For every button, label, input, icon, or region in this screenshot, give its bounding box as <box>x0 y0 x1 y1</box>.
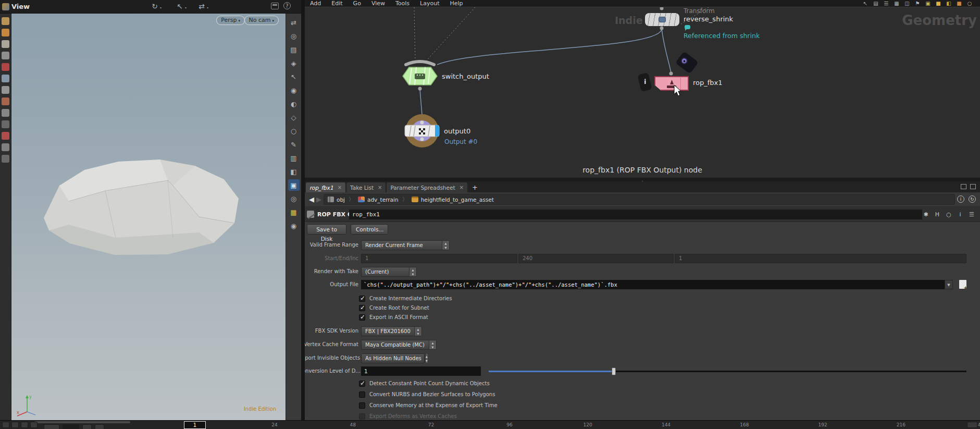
playbar-button[interactable] <box>44 424 59 429</box>
close-icon[interactable]: × <box>460 185 464 190</box>
render-with-take-select[interactable]: (Current) ▲▼ <box>361 267 417 277</box>
start-field[interactable]: 1 <box>361 254 517 263</box>
lighting-icon[interactable]: ○ <box>288 125 300 137</box>
playbar-button[interactable] <box>82 424 92 429</box>
spinner-icon[interactable]: ▲▼ <box>442 241 449 250</box>
back-arrow-icon[interactable]: ◀ <box>309 195 314 203</box>
checkbox[interactable]: ✓ <box>359 305 365 311</box>
view-orbit-icon[interactable]: ↻ <box>150 2 159 11</box>
playbar-field[interactable] <box>63 424 79 429</box>
folder-icon[interactable]: ■ <box>933 0 944 7</box>
shelf-tool-icon[interactable] <box>2 75 9 82</box>
checkbox-row[interactable]: ✓ Create Root for Subnet <box>359 304 452 313</box>
frame-all-icon[interactable]: ◫ <box>902 0 912 7</box>
tab-take-list[interactable]: Take List × <box>346 182 386 192</box>
info-icon[interactable]: i <box>956 211 964 218</box>
snap-icon[interactable]: ◉ <box>288 84 300 96</box>
lock-hda-icon[interactable]: H <box>933 211 941 218</box>
menu-item[interactable]: Tools <box>390 0 415 7</box>
gear-icon[interactable]: ✱ <box>922 211 930 218</box>
slider-handle[interactable] <box>612 367 616 375</box>
grid-layout-icon[interactable]: ▦ <box>288 206 300 218</box>
visibility-icon[interactable]: ◧ <box>288 166 300 177</box>
menu-item[interactable]: Edit <box>326 0 348 7</box>
playbar[interactable]: 1 24487296120144168192216240 <box>0 420 980 429</box>
shelf-tool-icon[interactable] <box>2 63 9 71</box>
info-icon[interactable]: ◎ <box>288 193 300 204</box>
view-menu[interactable]: View <box>11 3 30 10</box>
shelf-tool-icon[interactable] <box>2 17 9 25</box>
help-icon[interactable]: ? <box>283 2 291 9</box>
menu-item[interactable]: Layout <box>415 0 444 7</box>
breadcrumb[interactable]: obj 〉 adv_terrain 〉 heightfield_to_game_… <box>324 194 955 205</box>
comment-bubble-icon[interactable] <box>685 25 690 29</box>
tab-parameter-spreadsheet[interactable]: Parameter Spreadsheet × <box>387 182 467 192</box>
slider-track-empty[interactable] <box>616 371 966 372</box>
box-icon[interactable]: ■ <box>954 0 964 7</box>
timeline-tick[interactable]: 192 <box>818 422 827 427</box>
playbar-button[interactable] <box>2 422 9 428</box>
list-view-icon[interactable]: ☰ <box>881 0 891 7</box>
checkbox[interactable]: ✓ <box>359 381 365 387</box>
checkbox[interactable]: ✓ <box>359 391 365 398</box>
export-invisible-objects-select[interactable]: As Hidden Null Nodes ▲▼ <box>361 353 425 363</box>
menu-item[interactable]: Add <box>305 0 326 7</box>
checkbox[interactable]: ✓ <box>359 296 365 302</box>
playbar-scrollbar[interactable] <box>34 421 130 423</box>
checkbox-row[interactable]: ✓ Convert NURBS and Bezier Surfaces to P… <box>359 390 498 401</box>
timeline-tick[interactable]: 144 <box>662 422 671 427</box>
shelf-tool-icon[interactable] <box>2 97 9 105</box>
persp-camera-button[interactable]: Persp▾ <box>216 16 245 25</box>
pane-layout-icon[interactable] <box>271 3 279 9</box>
checkbox-row[interactable]: ✓ Conserve Memory at the Expense of Expo… <box>359 401 498 412</box>
playbar-button[interactable] <box>30 422 38 428</box>
file-chooser-icon[interactable] <box>959 280 966 289</box>
breadcrumb-obj[interactable]: obj 〉 <box>327 195 358 203</box>
playbar-button[interactable] <box>21 422 28 428</box>
spinner-icon[interactable]: ▲▼ <box>425 354 428 363</box>
expand-pane-icon[interactable]: ⇄ <box>288 17 300 28</box>
new-tab-button[interactable]: + <box>468 182 481 192</box>
shelf-tool-icon[interactable] <box>2 86 9 94</box>
timeline-tick[interactable]: 24 <box>271 422 277 427</box>
lock-camera-icon[interactable]: ◈ <box>288 57 300 69</box>
menu-icon[interactable]: ☰ <box>967 211 976 218</box>
checkbox[interactable]: ✓ <box>359 413 365 420</box>
network-editor-pane[interactable]: AddEditGoViewToolsLayoutHelp ↖▤☰▦◫⚑▣■◧■○… <box>305 0 980 178</box>
shading-mode-icon[interactable]: ◐ <box>288 98 300 109</box>
playbar-button[interactable] <box>967 422 977 428</box>
grid-view-icon[interactable]: ▦ <box>891 0 902 7</box>
checkbox-row[interactable]: ✓ Detect Constant Point Count Dynamic Ob… <box>359 379 498 390</box>
forward-arrow-icon[interactable]: ▶ <box>316 195 321 203</box>
no-cam-button[interactable]: No cam▾ <box>244 16 279 25</box>
shelf-tool-icon[interactable] <box>2 120 9 128</box>
menu-item[interactable]: Go <box>348 0 366 7</box>
current-frame-field[interactable]: 1 <box>184 421 206 429</box>
timeline-tick[interactable]: 216 <box>897 422 905 427</box>
save-to-disk-button[interactable]: Save to Disk <box>307 224 346 235</box>
translate-tool-icon[interactable]: ⇄ <box>197 2 206 11</box>
timeline-tick[interactable]: 168 <box>740 422 749 427</box>
vertex-cache-format-select[interactable]: Maya Compatible (MC) ▲▼ <box>361 340 437 350</box>
shelf-tool-icon[interactable] <box>2 143 9 151</box>
snapshot-icon[interactable]: ◉ <box>288 220 300 231</box>
spinner-icon[interactable]: ▲▼ <box>409 267 416 276</box>
shelf-tool-icon[interactable] <box>2 155 9 163</box>
info-icon[interactable]: i <box>957 195 964 203</box>
valid-frame-range-select[interactable]: Render Current Frame ▲▼ <box>361 240 450 250</box>
select-mode-icon[interactable]: ↖ <box>288 71 300 82</box>
menu-item[interactable]: Help <box>445 0 468 7</box>
conversion-level-field[interactable]: 1 <box>361 366 481 376</box>
maximize-pane-icon[interactable] <box>961 184 966 189</box>
timeline-tick[interactable]: 96 <box>506 422 512 427</box>
output-file-field[interactable]: `chs("../output_path")+"/"+chs("../asset… <box>361 280 945 289</box>
close-icon[interactable]: × <box>378 185 382 190</box>
select-cursor-icon[interactable]: ↖ <box>175 2 184 11</box>
checkbox-row[interactable]: ✓ Create Intermediate Directories <box>359 295 452 304</box>
end-field[interactable]: 240 <box>518 254 674 263</box>
controls-button[interactable]: Controls... <box>351 224 388 235</box>
folder-add-icon[interactable]: ◧ <box>944 0 954 7</box>
pane-menu-icon[interactable] <box>970 184 976 189</box>
chevron-down-icon[interactable]: ▼ <box>945 280 953 289</box>
viewport-canvas[interactable]: Persp▾ No cam▾ y x Indie Edition <box>11 14 286 420</box>
